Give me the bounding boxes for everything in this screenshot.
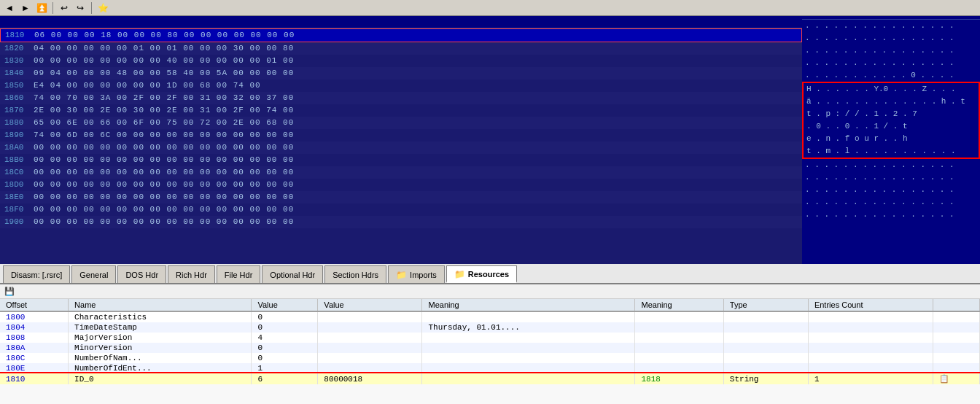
tab-imports[interactable]: 📁Imports — [388, 265, 445, 283]
hex-bytes-cell: 06 00 00 00 18 00 00 00 80 00 00 00 00 0… — [34, 30, 797, 41]
meaning1-cell — [422, 343, 635, 353]
value1-cell: 0 — [252, 322, 318, 333]
table-row[interactable]: 180CNumberOfNam...0 — [0, 353, 980, 363]
hex-column-header — [0, 16, 802, 28]
ascii-row: . 0 . . 0 . . 1 / . t — [802, 120, 980, 133]
offset-cell: 180E — [0, 363, 69, 373]
tab-label: DOS Hdr — [125, 271, 158, 279]
table-col-header — [933, 299, 980, 311]
tab-rich-hdr[interactable]: Rich Hdr — [168, 265, 215, 283]
right-content: . . . . . . . . . . . . . . . .. . . . .… — [802, 20, 980, 264]
tab-section-hdrs[interactable]: Section Hdrs — [324, 265, 386, 283]
tab-label: General — [79, 271, 108, 279]
extra-cell[interactable] — [933, 363, 980, 373]
value1-cell: 0 — [252, 311, 318, 322]
hex-addr-cell: 1850 — [4, 80, 34, 91]
table-col-header: Value — [252, 299, 318, 311]
ascii-row: t . p : / / . 1 . 2 . 7 — [802, 108, 980, 120]
hex-row[interactable]: 189074 00 6D 00 6C 00 00 00 00 00 00 00 … — [0, 129, 802, 141]
meaning1-cell — [422, 373, 635, 384]
hex-row[interactable]: 18B000 00 00 00 00 00 00 00 00 00 00 00 … — [0, 154, 802, 166]
tab-label: Section Hdrs — [332, 271, 378, 279]
toolbar-btn-6[interactable]: ⭐ — [96, 1, 109, 15]
extra-cell[interactable] — [933, 322, 980, 333]
name-cell: TimeDateStamp — [69, 322, 252, 333]
hex-row[interactable]: 18C000 00 00 00 00 00 00 00 00 00 00 00 … — [0, 166, 802, 179]
toolbar-btn-1[interactable]: ◄ — [3, 1, 16, 15]
tab-disasm--[.rsrc][interactable]: Disasm: [.rsrc] — [3, 265, 70, 283]
tab-file-hdr[interactable]: File Hdr — [217, 265, 261, 283]
table-header-row: OffsetNameValueValueMeaningMeaningTypeEn… — [0, 299, 980, 311]
hex-row[interactable]: 182004 00 00 00 00 00 01 00 01 00 00 00 … — [0, 42, 802, 55]
table-row[interactable]: 180AMinorVersion0 — [0, 343, 980, 353]
table-col-header: Entries Count — [808, 299, 933, 311]
hex-addr-cell: 18C0 — [4, 167, 34, 178]
hex-row[interactable]: 188065 00 6E 00 66 00 6F 00 75 00 72 00 … — [0, 117, 802, 129]
name-cell: NumberOfNam... — [69, 353, 252, 363]
save-icon[interactable]: 💾 — [4, 287, 15, 296]
hex-bytes-cell: 00 00 00 00 00 00 00 00 00 00 00 00 00 0… — [34, 167, 798, 178]
tab-icon: 📁 — [396, 270, 407, 280]
extra-cell[interactable] — [933, 343, 980, 353]
value1-cell: 6 — [252, 373, 318, 384]
hex-row[interactable]: 1850E4 04 00 00 00 00 00 00 1D 00 68 00 … — [0, 79, 802, 92]
entries-cell — [808, 343, 933, 353]
hex-row[interactable]: 18A000 00 00 00 00 00 00 00 00 00 00 00 … — [0, 141, 802, 154]
hex-row[interactable]: 18E000 00 00 00 00 00 00 00 00 00 00 00 … — [0, 191, 802, 203]
tab-dos-hdr[interactable]: DOS Hdr — [117, 265, 166, 283]
toolbar-btn-4[interactable]: ↩ — [58, 1, 71, 15]
value1-cell: 0 — [252, 353, 318, 363]
extra-cell[interactable] — [933, 311, 980, 322]
hex-addr-cell: 18A0 — [4, 142, 34, 153]
meaning2-cell — [635, 363, 723, 373]
tab-resources[interactable]: 📁Resources — [446, 265, 517, 283]
hex-addr-cell: 1840 — [4, 68, 34, 79]
tab-label: Disasm: [.rsrc] — [11, 271, 62, 279]
hex-row[interactable]: 18D000 00 00 00 00 00 00 00 00 00 00 00 … — [0, 179, 802, 191]
hex-addr-cell: 1890 — [4, 130, 34, 141]
hex-bytes-cell: 04 00 00 00 00 00 01 00 01 00 00 00 30 0… — [34, 43, 798, 54]
hex-row[interactable]: 184009 04 00 00 00 48 00 00 58 40 00 5A … — [0, 67, 802, 79]
table-body: 1800Characteristics01804TimeDateStamp0Th… — [0, 311, 980, 384]
table-col-header: Offset — [0, 299, 69, 311]
tab-label: Imports — [410, 271, 437, 279]
hex-bytes-cell: 00 00 00 00 00 00 00 00 40 00 00 00 00 0… — [34, 55, 798, 66]
meaning2-cell — [635, 343, 723, 353]
tab-general[interactable]: General — [71, 265, 116, 283]
toolbar-btn-2[interactable]: ► — [19, 1, 32, 15]
hex-row[interactable]: 181006 00 00 00 18 00 00 00 80 00 00 00 … — [0, 28, 802, 42]
table-row[interactable]: 1810ID_06800000181818String1📋 — [0, 373, 980, 384]
table-col-header: Type — [723, 299, 808, 311]
meaning1-cell — [422, 363, 635, 373]
hex-addr-cell: 18B0 — [4, 155, 34, 166]
table-row[interactable]: 180ENumberOfIdEnt...1 — [0, 363, 980, 373]
extra-cell[interactable] — [933, 353, 980, 363]
hex-bytes-cell: 74 00 70 00 3A 00 2F 00 2F 00 31 00 32 0… — [34, 93, 798, 104]
hex-addr-cell: 1880 — [4, 117, 34, 128]
tab-optional-hdr[interactable]: Optional Hdr — [262, 265, 323, 283]
table-row[interactable]: 1800Characteristics0 — [0, 311, 980, 322]
extra-cell[interactable]: 📋 — [933, 373, 980, 384]
offset-cell: 1810 — [0, 373, 69, 384]
table-row[interactable]: 1804TimeDateStamp0Thursday, 01.01.... — [0, 322, 980, 333]
hex-row[interactable]: 18702E 00 30 00 2E 00 30 00 2E 00 31 00 … — [0, 104, 802, 117]
name-cell: ID_0 — [69, 373, 252, 384]
right-panel: . . . . . . . . . . . . . . . .. . . . .… — [802, 16, 980, 264]
table-row[interactable]: 1808MajorVersion4 — [0, 333, 980, 343]
hex-row[interactable]: 186074 00 70 00 3A 00 2F 00 2F 00 31 00 … — [0, 92, 802, 104]
toolbar-btn-5[interactable]: ↪ — [74, 1, 87, 15]
ascii-row: . . . . . . . . . . . . . . . . — [802, 209, 980, 221]
offset-cell: 1808 — [0, 333, 69, 343]
meaning2-cell — [635, 333, 723, 343]
toolbar-btn-3[interactable]: ⏫ — [35, 1, 48, 15]
name-cell: Characteristics — [69, 311, 252, 322]
hex-row[interactable]: 190000 00 00 00 00 00 00 00 00 00 00 00 … — [0, 216, 802, 228]
table-container[interactable]: OffsetNameValueValueMeaningMeaningTypeEn… — [0, 299, 980, 384]
hex-rows-container[interactable]: 181006 00 00 00 18 00 00 00 80 00 00 00 … — [0, 28, 802, 264]
hex-bytes-cell: 2E 00 30 00 2E 00 30 00 2E 00 31 00 2F 0… — [34, 105, 798, 116]
hex-row[interactable]: 183000 00 00 00 00 00 00 00 40 00 00 00 … — [0, 55, 802, 67]
table-col-header: Meaning — [422, 299, 635, 311]
hex-row[interactable]: 18F000 00 00 00 00 00 00 00 00 00 00 00 … — [0, 203, 802, 216]
extra-cell[interactable] — [933, 333, 980, 343]
ascii-row: . . . . . . . . . . . . . . . . — [802, 44, 980, 57]
